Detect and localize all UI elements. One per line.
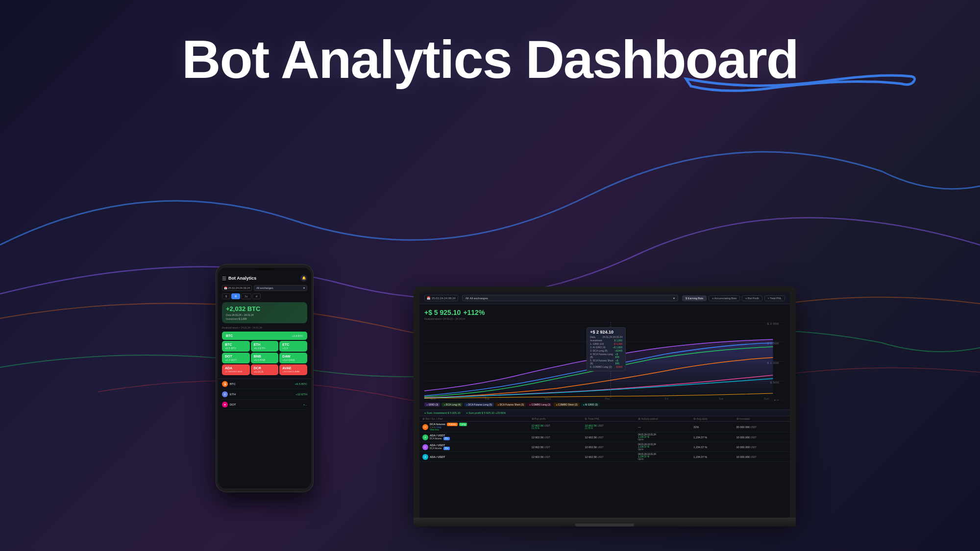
phone-filter-row: 📅 25.02.24-24.09.24 All exchanges ▾ xyxy=(218,284,311,292)
cell-avg-3: 1,234.37 % xyxy=(690,442,733,452)
dash-filter-label: All xyxy=(466,297,469,300)
coin-dcr[interactable]: DCR +0.DCR xyxy=(251,364,279,375)
cell-pnl-2: 12 602.56 USDT xyxy=(582,432,635,442)
phone-chevron-icon: ▾ xyxy=(303,287,305,289)
list-item-dot[interactable]: ● DOT +... xyxy=(222,400,307,410)
coin-btc-2[interactable]: BTC +0.5 BTC xyxy=(222,341,250,352)
dash-header: 📅 25.02.24-24.09.24 All All exchanges ▾ … xyxy=(419,292,790,304)
phone-date-filter[interactable]: 📅 25.02.24-24.09.24 xyxy=(222,285,252,291)
phone-frame: ☰ Bot Analytics 🔔 📅 25.02.24-24.09.24 Al… xyxy=(216,264,314,492)
legend-dca-long[interactable]: ● DCA Long (4) xyxy=(441,403,463,407)
title-underline-decoration xyxy=(676,59,921,98)
cell-pnl-3: 12 602.56 USDT xyxy=(582,442,635,452)
laptop-bezel: 📅 25.02.24-24.09.24 All All exchanges ▾ … xyxy=(414,287,796,518)
coin-bnb[interactable]: BNB +0.5 BNB xyxy=(251,353,279,363)
phone-exchange-filter[interactable]: All exchanges ▾ xyxy=(254,285,307,291)
legend-dca-futures-short[interactable]: ● DCA Futures Short (3) xyxy=(495,403,526,407)
dash-chart-area: +$ 5 925.10 +112% Realized return • 24.0… xyxy=(419,304,790,409)
coin-etc[interactable]: ETC +3.3 xyxy=(279,341,307,352)
notification-bell[interactable]: 🔔 xyxy=(300,275,307,282)
cell-pnl-1: 12 602.56 USDT 13.78 % xyxy=(582,422,635,432)
col-invested: ⊕ Invested xyxy=(734,416,790,422)
menu-icon[interactable]: ☰ xyxy=(222,276,226,281)
tab-bot-profit[interactable]: ≡ Bot Profit xyxy=(742,295,762,301)
cell-profit-4: 12 602.56 USDT xyxy=(529,452,582,462)
legend-combo-short[interactable]: ● COMBO Short (2) xyxy=(554,403,579,407)
dash-filter-sublabel: All exchanges xyxy=(469,297,488,300)
tab-total-pnl[interactable]: ≈ Total PNL xyxy=(764,295,785,301)
coin-daw[interactable]: DAW +0.0 DAW xyxy=(279,353,307,363)
bots-table-wrapper: ⊕ Bot / Ex. / Pair ⊕ Bot profit ⊕ Total … xyxy=(419,416,790,462)
cell-avg-4: 1,234.37 % xyxy=(690,452,733,462)
bot-icon-3: C xyxy=(422,444,428,450)
tab-accumulating-bots[interactable]: ≡ Accumulating Bots xyxy=(709,295,740,301)
cell-profit-3: 12 602.56 USDT xyxy=(529,442,582,452)
phone-tab-1c[interactable]: 1c xyxy=(241,293,251,299)
legend-ai-grid[interactable]: ● AI GRID (3) xyxy=(581,403,600,407)
cell-activity-2: 04.01.24-12.01.241,234.37 %Up to xyxy=(635,432,690,442)
cell-profit-1: 12 602.56 USDT 13.78 % xyxy=(529,422,582,432)
tab-earning-bots[interactable]: $ Earning Bots xyxy=(682,295,707,301)
cell-bot-1: D DCA futures Futures Long 3 bots Long V… xyxy=(419,422,529,432)
phone-profit-meta: Data 24.01.24 – 24.01.24 xyxy=(226,313,303,316)
bots-table: ⊕ Bot / Ex. / Pair ⊕ Bot profit ⊕ Total … xyxy=(419,416,790,462)
phone-profit-value: +2,032 BTC xyxy=(226,305,303,312)
bell-icon: 🔔 xyxy=(302,276,306,280)
coin-btc-full[interactable]: BTC +3.8 BTC xyxy=(222,332,307,340)
cell-invested-3: 10 000.000 USDT xyxy=(734,442,790,452)
table-header: ⊕ Bot / Ex. / Pair ⊕ Bot profit ⊕ Total … xyxy=(419,416,790,422)
table-row: A ADA / USDT DCA futures 25x 12 602.56 U… xyxy=(419,432,790,442)
coin-row-4: ADA +2.758969025 ADA DCR +0.DCR AVAE +24… xyxy=(222,364,307,375)
phone-bottom-list: ₿ BTC +6.5 BTC Ξ ETH +12 ETH ● DOT +... xyxy=(218,379,311,410)
phone-exchange-label: All exchanges xyxy=(256,287,273,289)
cell-bot-2: A ADA / USDT DCA futures 25x xyxy=(419,432,529,442)
coin-eth[interactable]: ETH +0.3 ETH xyxy=(251,341,279,352)
legend-dca-futures-long[interactable]: ● DCA Futures Long (5) xyxy=(464,403,494,407)
phone-investment-meta: Investment $ 1,000 xyxy=(226,317,303,320)
col-total-pnl: ⊕ Total PNL xyxy=(582,416,635,422)
cell-activity-3: 04.01.24-12.01.241,234.37 %Up to xyxy=(635,442,690,452)
dash-profit-subtitle: Realized return • 24.02.23 – 24.24.24 xyxy=(424,317,785,320)
tab-total-pnl-label: ≈ Total PNL xyxy=(768,297,782,300)
phone-mockup: ☰ Bot Analytics 🔔 📅 25.02.24-24.09.24 Al… xyxy=(216,264,314,492)
cell-profit-2: 12 602.56 USDT xyxy=(529,432,582,442)
title-section: Bot Analytics Dashboard xyxy=(0,29,980,89)
table-body: D DCA futures Futures Long 3 bots Long V… xyxy=(419,422,790,462)
list-item-btc[interactable]: ₿ BTC +6.5 BTC xyxy=(222,379,307,389)
legend-grid[interactable]: ● GRID (3) xyxy=(424,403,440,407)
cell-bot-3: C ADA / USDT DCA futures 20x xyxy=(419,442,529,452)
cell-invested-2: 10 000.000 USDT xyxy=(734,432,790,442)
col-activity: ⊕ Activity period xyxy=(635,416,690,422)
phone-tab-dollar[interactable]: $ xyxy=(222,293,230,299)
summary-profit: ≡ Sum profit $ 5 925.10 +23.56% xyxy=(466,411,506,414)
laptop-base xyxy=(414,518,796,527)
eth-circle-icon: Ξ xyxy=(222,391,228,397)
phone-coin-grid: BTC +3.8 BTC BTC +0.5 BTC ETH +0.3 ETH xyxy=(218,330,311,377)
col-bot: ⊕ Bot / Ex. / Pair xyxy=(419,416,529,422)
cell-avg-2: 1,234.37 % xyxy=(690,432,733,442)
coin-avae[interactable]: AVAE +24.0.000625 AVAE xyxy=(279,364,307,375)
coin-ada[interactable]: ADA +2.758969025 ADA xyxy=(222,364,250,375)
dash-date-value: 25.02.24-24.09.24 xyxy=(432,297,456,300)
col-avg-daily: ⊕ Avg.daily xyxy=(690,416,733,422)
legend-combo-long[interactable]: ● COMBO Long (2) xyxy=(527,403,552,407)
dash-profit-value: +$ 5 925.10 +112% xyxy=(424,307,785,317)
summary-investment: ≡ Sum. Investment $ 5 925.10 xyxy=(424,411,461,414)
table-row: C ADA / USDT DCA futures 20x 12 602.56 U… xyxy=(419,442,790,452)
profit-chart: $ 2 000 $ 1 500 $ 1 000 $ 500 $ 0 Mon Tu… xyxy=(424,322,785,401)
cell-activity-4: 04.01.24-12.01.241,234.37 %Up to xyxy=(635,452,690,462)
dot-circle-icon: ● xyxy=(222,402,228,407)
btc-circle-icon: ₿ xyxy=(222,381,228,387)
svg-text:$ 0: $ 0 xyxy=(774,399,780,401)
bot-icon-2: A xyxy=(422,434,428,440)
coin-dot[interactable]: DOT +0.3 DOT xyxy=(222,353,250,363)
chart-tooltip: +$ 2 924.10 Data 24.01.24-24.01.24 Inves… xyxy=(587,327,626,371)
dash-date[interactable]: 📅 25.02.24-24.09.24 xyxy=(424,295,458,301)
dashboard: 📅 25.02.24-24.09.24 All All exchanges ▾ … xyxy=(419,292,790,518)
tooltip-profit-value: +$ 2 924.10 xyxy=(590,330,622,335)
phone-tab-b[interactable]: B xyxy=(231,293,240,299)
dash-filter[interactable]: All All exchanges ▾ xyxy=(462,295,679,301)
cell-bot-4: A ADA / USDT xyxy=(419,452,529,462)
phone-tab-d[interactable]: d xyxy=(252,293,261,299)
list-item-eth[interactable]: Ξ ETH +12 ETH xyxy=(222,389,307,400)
